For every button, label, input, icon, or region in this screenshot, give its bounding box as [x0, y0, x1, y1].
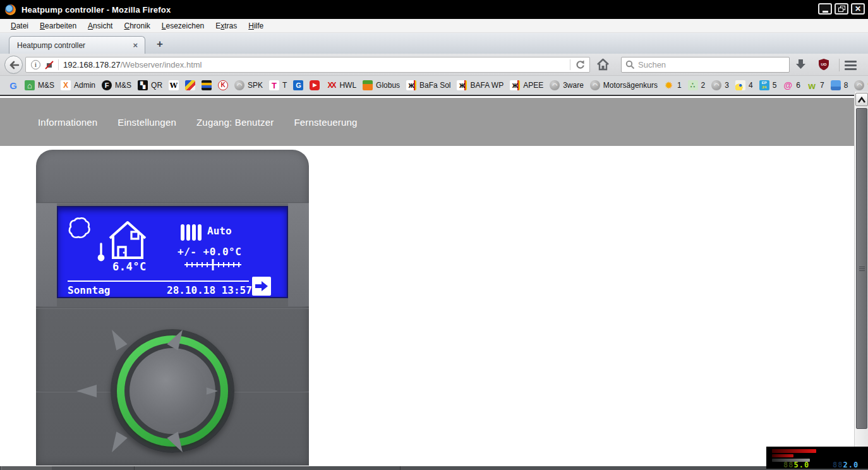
bookmark-label: T [282, 81, 287, 90]
search-icon [625, 60, 635, 69]
home-button[interactable] [596, 58, 610, 73]
globe-icon: ◠ [550, 80, 560, 90]
bookmark-T[interactable]: TT [266, 78, 290, 93]
bookmark-APEE[interactable]: жAPEE [507, 78, 546, 93]
plugin-blocked-icon[interactable] [45, 61, 54, 69]
bookmark-9[interactable]: ◠9 [851, 78, 868, 93]
globe-icon: ◠ [234, 80, 244, 90]
globe-icon: ◠ [854, 80, 864, 90]
bookmark-3[interactable]: ◠3 [708, 78, 732, 93]
bookmark-M&S[interactable]: ⌂M&S [21, 78, 57, 93]
bookmark-M&S[interactable]: FM&S [99, 78, 135, 93]
digit-readout-right: 882.0 [833, 461, 859, 469]
tab-close-icon[interactable]: × [131, 40, 140, 50]
scroll-up-button[interactable] [855, 93, 868, 106]
menu-hilfe[interactable]: Hilfe [243, 19, 269, 33]
fps-left-dim: 88 [783, 461, 793, 469]
bookmark-wikipedia[interactable]: W [166, 78, 182, 93]
bookmark-youtube[interactable]: ▶ [306, 78, 323, 93]
restore-button[interactable] [835, 3, 848, 15]
new-tab-button[interactable]: + [152, 37, 168, 51]
bookmark-6[interactable]: @6 [780, 78, 804, 93]
bookmark-QR[interactable]: ▚QR [135, 78, 166, 93]
menu-bearbeiten[interactable]: Bearbeiten [34, 19, 82, 33]
nav-informationen[interactable]: Informationen [38, 117, 97, 128]
bookmark-flag-colors[interactable] [182, 78, 198, 93]
chevron-up-icon [857, 97, 866, 103]
bookmark-google[interactable]: G [5, 78, 21, 93]
page-content: InformationenEinstellungenZugang: Benutz… [0, 97, 868, 470]
scrollbar-thumb[interactable] [856, 108, 867, 429]
bookmark-2[interactable]: ∴2 [685, 78, 709, 93]
url-bar[interactable]: i 192.168.178.27/Webserver/index.html [25, 57, 590, 73]
bookmark-label: M&S [38, 81, 54, 90]
scrollbar[interactable] [854, 92, 868, 470]
compressor-icon [68, 216, 91, 240]
bookmark-label: 4 [749, 81, 753, 90]
taskbar-edge[interactable] [0, 466, 868, 470]
nav-zugang-benutzer[interactable]: Zugang: Benutzer [196, 117, 274, 128]
bookmark-label: 5 [773, 81, 777, 90]
reload-icon[interactable] [575, 59, 586, 70]
bookmark-k-circle[interactable]: K [215, 78, 231, 93]
menu-ansicht[interactable]: Ansicht [82, 19, 118, 33]
nav-einstellungen[interactable]: Einstellungen [118, 117, 176, 128]
fps-left-bright: 5.0 [793, 461, 809, 469]
site-info-icon[interactable]: i [31, 60, 40, 69]
menu-button[interactable] [845, 61, 857, 70]
menu-extras[interactable]: Extras [210, 19, 243, 33]
lcd-next-button[interactable] [252, 277, 271, 296]
radiator-icon [179, 222, 203, 243]
facebook-dark-icon: F [102, 80, 112, 90]
bookmark-HWL[interactable]: XXHWL [323, 78, 359, 93]
heating-mode: Auto [207, 225, 232, 237]
minimize-button[interactable] [818, 3, 832, 15]
bookmark-Globus[interactable]: Globus [359, 78, 403, 93]
map-pin-icon: ● [735, 80, 745, 90]
bookmark-label: 3ware [563, 81, 584, 90]
close-button[interactable]: ✕ [851, 3, 865, 15]
date-time: 28.10.18 13:57 [167, 284, 252, 296]
qr-icon: ▚ [138, 80, 148, 90]
bookmark-5[interactable]: EP245 [756, 78, 780, 93]
tab-heatpump-controller[interactable]: Heatpump controller × [9, 36, 145, 54]
bookmark-SPK[interactable]: ◠SPK [231, 78, 266, 93]
knob-face [130, 348, 215, 434]
menu-chronik[interactable]: Chronik [118, 19, 155, 33]
device-seam [36, 202, 309, 203]
sun-icon: ✹ [664, 80, 674, 90]
search-bar[interactable] [621, 57, 790, 73]
bookmark-BaFa Sol[interactable]: жBaFa Sol [403, 78, 454, 93]
menu-datei[interactable]: Datei [5, 19, 34, 33]
scrollbar-grip [859, 267, 865, 272]
minimize-icon [823, 11, 828, 13]
green-dots-icon: ∴ [688, 80, 698, 90]
menu-lesezeichen[interactable]: Lesezeichen [156, 19, 210, 33]
bookmark-label: BaFa Sol [419, 81, 450, 90]
bookmark-BAFA WP[interactable]: жBAFA WP [454, 78, 507, 93]
window-title: Heatpump controller - Mozilla Firefox [21, 5, 171, 15]
bookmark-4[interactable]: ●4 [732, 78, 756, 93]
temperature-offset: +/- +0.0°C [178, 246, 241, 258]
svg-text:UO: UO [821, 63, 827, 66]
bookmark-g-blue[interactable]: G [290, 78, 306, 93]
bookmark-1[interactable]: ✹1 [661, 78, 685, 93]
bookmark-8[interactable]: 8 [828, 78, 852, 93]
ublock-shield-icon: UO [817, 58, 830, 71]
back-button[interactable] [4, 56, 23, 74]
firefox-icon [5, 4, 16, 15]
bookmark-7[interactable]: w7 [804, 78, 828, 93]
joomla-icon: X [61, 80, 71, 90]
bookmark-Motorsägenkurs[interactable]: ◠Motorsägenkurs [587, 78, 661, 93]
bafa-eagle-icon: ж [510, 80, 520, 90]
search-input[interactable] [638, 57, 787, 72]
back-arrow-icon [8, 61, 20, 69]
nav-fernsteuerung[interactable]: Fernsteuerung [294, 117, 357, 128]
downloads-button[interactable] [795, 59, 807, 73]
bookmark-Admin[interactable]: XAdmin [57, 78, 99, 93]
ublock-button[interactable]: UO [817, 58, 830, 73]
rotary-knob[interactable] [111, 329, 234, 453]
bookmark-3ware[interactable]: ◠3ware [546, 78, 587, 93]
bookmark-shopping-bag[interactable] [198, 78, 215, 93]
restore-icon [838, 6, 845, 12]
